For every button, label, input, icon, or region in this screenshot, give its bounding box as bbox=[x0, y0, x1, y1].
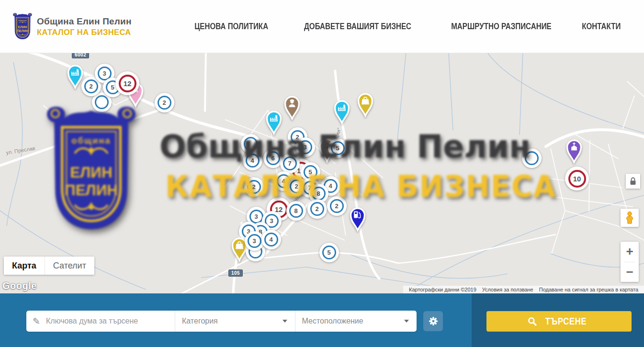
map-type-map-button[interactable]: Карта bbox=[4, 257, 45, 275]
map-type-control: Карта Сателит bbox=[4, 257, 94, 275]
pegman-icon bbox=[624, 211, 635, 224]
gear-icon bbox=[428, 315, 439, 327]
cluster-count bbox=[95, 95, 109, 109]
cluster-count: 4 bbox=[264, 233, 278, 246]
map-attribution: Картографски данни ©2019 Условия за полз… bbox=[403, 286, 644, 293]
cluster-count: 2 bbox=[158, 96, 171, 110]
location-dropdown-value: Местоположение bbox=[302, 317, 363, 325]
map-cluster-marker[interactable]: 12 bbox=[115, 71, 139, 95]
keyword-search-input[interactable] bbox=[45, 316, 175, 326]
map-pin-church[interactable] bbox=[565, 139, 584, 166]
chevron-down-icon bbox=[282, 320, 287, 323]
cluster-count: 3 bbox=[249, 210, 263, 224]
nav-item-route-schedule[interactable]: МАРШРУТНО РАЗПИСАНИЕ bbox=[439, 21, 564, 32]
map-cluster-marker[interactable]: 4 bbox=[243, 151, 262, 170]
cluster-count: 2 bbox=[84, 79, 98, 93]
site-header: община ЕЛИН ПЕЛИН Община Елин Пелин КАТА… bbox=[0, 0, 644, 53]
map-pin-fuel[interactable] bbox=[348, 207, 367, 234]
cluster-count: 5 bbox=[331, 141, 345, 155]
lock-icon bbox=[629, 177, 637, 186]
search-panel: ✎ Категория Местоположение bbox=[0, 293, 644, 347]
svg-text:ЕЛИН: ЕЛИН bbox=[18, 25, 27, 29]
map-pin-factory[interactable] bbox=[332, 100, 351, 126]
google-logo[interactable]: Google bbox=[2, 280, 37, 291]
location-dropdown[interactable]: Местоположение bbox=[295, 311, 417, 332]
zoom-out-button[interactable]: − bbox=[621, 262, 639, 282]
terms-link[interactable]: Условия за ползване bbox=[479, 287, 536, 292]
map-pin-factory[interactable] bbox=[264, 110, 283, 137]
map-cluster-marker[interactable] bbox=[522, 148, 542, 168]
cluster-count: 2 bbox=[310, 202, 324, 216]
nav-item-label: КОНТАКТИ bbox=[582, 21, 621, 32]
search-box: ✎ Категория Местоположение bbox=[26, 311, 417, 332]
brand-subtitle: КАТАЛОГ НА БИЗНЕСА bbox=[37, 28, 132, 37]
cluster-count: 4 bbox=[246, 154, 260, 168]
keyword-section: ✎ bbox=[26, 311, 175, 332]
brand-text: Община Елин Пелин КАТАЛОГ НА БИЗНЕСА bbox=[37, 16, 132, 37]
cluster-count: 3 bbox=[248, 234, 261, 248]
chevron-down-icon bbox=[404, 320, 409, 323]
cluster-count: 8 bbox=[289, 204, 303, 218]
map-cluster-marker[interactable]: 2 bbox=[244, 177, 264, 197]
map-cluster-marker[interactable]: 2 bbox=[327, 196, 347, 216]
cluster-count bbox=[525, 151, 539, 165]
map-cluster-marker[interactable]: 2 bbox=[155, 93, 174, 112]
svg-text:община: община bbox=[18, 19, 27, 22]
search-icon bbox=[528, 317, 537, 326]
cluster-count: 7 bbox=[283, 157, 297, 170]
map-cluster-marker[interactable]: 8 bbox=[286, 201, 306, 221]
brand-title: Община Елин Пелин bbox=[37, 16, 132, 27]
cluster-count: 2 bbox=[247, 180, 261, 194]
cluster-count bbox=[244, 137, 258, 151]
map-type-satellite-button[interactable]: Сателит bbox=[45, 257, 94, 275]
map-cluster-marker[interactable]: 2 bbox=[307, 199, 327, 219]
main-nav: ЦЕНОВА ПОЛИТИКА ДОБАВЕТЕ ВАШИЯТ БИЗНЕС М… bbox=[179, 0, 633, 53]
cluster-count: 8 bbox=[312, 187, 326, 201]
map-cluster-marker[interactable]: 5 bbox=[328, 138, 348, 158]
nav-item-contacts[interactable]: КОНТАКТИ bbox=[577, 21, 626, 32]
search-button[interactable]: ТЪРСЕНЕ bbox=[486, 311, 632, 332]
zoom-control: + − bbox=[621, 242, 639, 282]
advanced-search-button[interactable] bbox=[423, 311, 443, 331]
cluster-count: 12 bbox=[119, 75, 136, 92]
cluster-count: 5 bbox=[322, 246, 336, 259]
nav-item-add-your-business[interactable]: ДОБАВЕТЕ ВАШИЯТ БИЗНЕС bbox=[291, 21, 425, 32]
map-pin-shopping-bag[interactable] bbox=[356, 92, 375, 119]
nav-item-label: ДОБАВЕТЕ ВАШИЯТ БИЗНЕС bbox=[304, 21, 411, 32]
map-cluster-marker[interactable]: 7 bbox=[280, 154, 300, 173]
zoom-in-button[interactable]: + bbox=[621, 242, 639, 262]
cluster-count: 5 bbox=[304, 165, 317, 179]
cluster-count: 2 bbox=[330, 199, 344, 213]
svg-text:ПЕЛИН: ПЕЛИН bbox=[17, 29, 28, 33]
map-cluster-marker[interactable]: 3 bbox=[295, 137, 315, 157]
search-button-label: ТЪРСЕНЕ bbox=[545, 316, 587, 327]
map-cluster-marker[interactable]: 4 bbox=[261, 230, 281, 249]
category-dropdown[interactable]: Категория bbox=[175, 311, 295, 332]
lock-button[interactable] bbox=[626, 174, 640, 189]
map-pin-construction-worker[interactable] bbox=[282, 95, 302, 122]
map-copyright: Картографски данни ©2019 bbox=[406, 287, 479, 292]
site-logo[interactable]: община ЕЛИН ПЕЛИН Община Елин Пелин КАТА… bbox=[12, 12, 132, 41]
pencil-icon: ✎ bbox=[33, 316, 40, 327]
cluster-count: 6 bbox=[266, 151, 280, 165]
category-dropdown-value: Категория bbox=[182, 317, 218, 325]
markers-layer: 23512223546137542274812822338334510 bbox=[0, 53, 644, 293]
report-error-link[interactable]: Подаване на сигнал за грешка в картата bbox=[536, 287, 641, 292]
map-cluster-marker[interactable]: 10 bbox=[565, 167, 589, 190]
cluster-count: 3 bbox=[298, 140, 312, 154]
pegman-streetview-button[interactable] bbox=[621, 209, 639, 227]
nav-item-label: ЦЕНОВА ПОЛИТИКА bbox=[194, 21, 268, 32]
cluster-count: 10 bbox=[568, 170, 586, 188]
nav-item-label: МАРШРУТНО РАЗПИСАНИЕ bbox=[451, 21, 552, 32]
google-map[interactable]: ул. Преславбул. „Новоселции“ 6002105 235… bbox=[0, 53, 644, 293]
map-pin-factory[interactable] bbox=[66, 64, 85, 91]
municipality-crest-logo: община ЕЛИН ПЕЛИН bbox=[12, 12, 33, 41]
map-cluster-marker[interactable]: 5 bbox=[319, 243, 339, 262]
nav-item-pricing-policy[interactable]: ЦЕНОВА ПОЛИТИКА bbox=[185, 21, 277, 32]
